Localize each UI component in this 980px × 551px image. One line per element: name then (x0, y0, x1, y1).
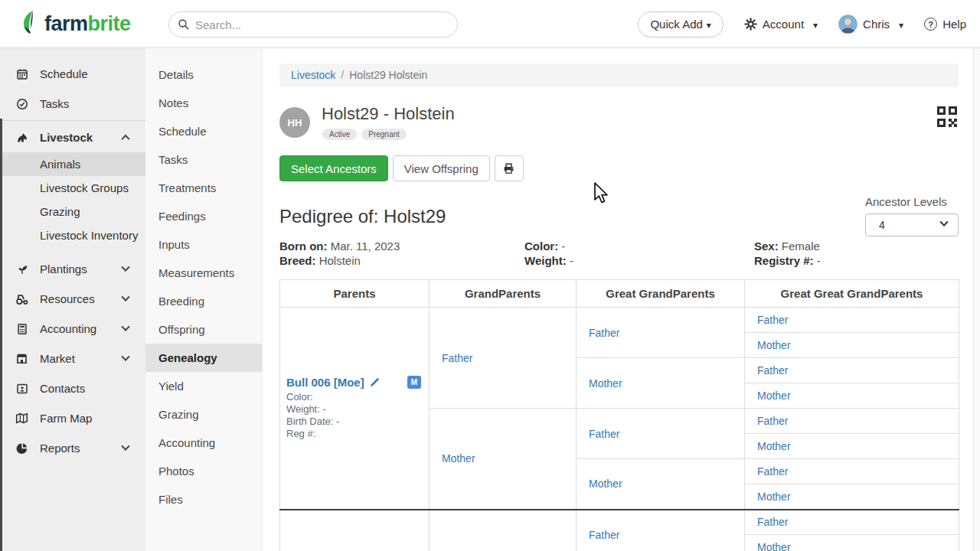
sidebar-item-resources[interactable]: Resources (0, 284, 145, 314)
great-grandparent-cell: Father (577, 308, 745, 358)
chevron-down-icon (121, 352, 129, 360)
info-born-on: Born on: Mar. 11, 2023 (279, 239, 524, 253)
pedigree-father-link[interactable]: Father (757, 364, 788, 377)
grandparent-cell (430, 510, 577, 551)
horse-icon (15, 131, 28, 144)
pedigree-father-link[interactable]: Father (589, 428, 619, 440)
status-badges: Active Pregnant (322, 129, 407, 140)
male-badge: M (407, 376, 421, 389)
sidebar-item-contacts[interactable]: Contacts (0, 373, 145, 403)
view-offspring-button[interactable]: View Offspring (393, 155, 490, 181)
grandparent-cell: Father (430, 308, 577, 409)
great-great-grandparent-cell: Father (745, 459, 959, 484)
breadcrumb-current: Holst29 Holstein (349, 69, 427, 81)
info-sex: Sex: Female (754, 239, 959, 253)
sidebar-scrollbar[interactable] (0, 119, 2, 551)
info-color: Color: - (524, 239, 754, 253)
pedigree-father-link[interactable]: Father (589, 327, 619, 339)
pedigree-father-link[interactable]: Father (757, 516, 788, 528)
tab-yield[interactable]: Yield (145, 372, 262, 400)
chevron-up-icon (121, 134, 129, 142)
animal-avatar[interactable]: HH (279, 107, 310, 138)
sidebar-item-plantings[interactable]: Plantings (0, 254, 145, 284)
sidebar-item-accounting[interactable]: Accounting (0, 314, 145, 344)
sidebar-item-grazing[interactable]: Grazing (0, 200, 145, 223)
pedigree-father-link[interactable]: Father (589, 529, 619, 541)
tab-breeding[interactable]: Breeding (145, 287, 262, 315)
select-ancestors-button[interactable]: Select Ancestors (279, 155, 388, 181)
pedigree-mother-link[interactable]: Mother (757, 491, 791, 503)
qr-code-icon[interactable] (937, 106, 957, 131)
print-button[interactable] (495, 155, 524, 181)
tab-notes[interactable]: Notes (145, 89, 262, 117)
tab-inputs[interactable]: Inputs (145, 230, 262, 259)
tab-photos[interactable]: Photos (145, 457, 262, 485)
pedigree-mother-link[interactable]: Mother (757, 339, 791, 351)
sidebar-item-schedule[interactable]: Schedule (0, 59, 145, 89)
sidebar-divider (0, 120, 145, 121)
tab-accounting[interactable]: Accounting (145, 429, 262, 457)
logo-text-farm: farm (44, 12, 88, 35)
map-icon (15, 412, 28, 425)
chevron-down-icon (121, 292, 129, 301)
farmbrite-logo[interactable]: farmbrite (20, 10, 131, 37)
sidebar-item-livestock-groups[interactable]: Livestock Groups (0, 176, 145, 200)
pedigree-mother-link[interactable]: Mother (589, 478, 622, 490)
pedigree-father-link[interactable]: Father (757, 314, 788, 326)
tab-feedings[interactable]: Feedings (145, 202, 262, 230)
edit-pencil-icon[interactable] (370, 377, 380, 387)
tab-details[interactable]: Details (145, 60, 262, 89)
leaf-logo-icon (20, 10, 40, 37)
parent-name-link[interactable]: Bull 006 [Moe] (286, 376, 364, 389)
ancestor-levels-select[interactable]: 4 (865, 214, 959, 236)
primary-sidebar: Schedule Tasks Livestock Animals Live (0, 48, 145, 551)
tab-schedule[interactable]: Schedule (145, 117, 262, 145)
sidebar-item-animals[interactable]: Animals (0, 152, 145, 176)
sidebar-item-reports[interactable]: Reports (0, 433, 145, 463)
tab-treatments[interactable]: Treatments (145, 174, 262, 202)
page-scrollbar[interactable] (973, 48, 980, 551)
great-great-grandparent-cell: Mother (745, 484, 959, 510)
user-menu[interactable]: Chris (838, 15, 903, 34)
tab-grazing[interactable]: Grazing (145, 400, 262, 429)
app-window: farmbrite Quick Add (0, 0, 980, 551)
caret-down-icon (895, 18, 903, 31)
tab-tasks[interactable]: Tasks (145, 145, 262, 174)
sidebar-item-market[interactable]: Market (0, 344, 145, 373)
great-great-grandparent-cell: Father (745, 358, 959, 383)
main-content: Livestock/Holst29 Holstein HH Holst29 - … (263, 48, 980, 551)
printer-icon (502, 162, 515, 175)
col-header-parents: Parents (280, 280, 430, 308)
quick-add-button[interactable]: Quick Add (638, 11, 723, 37)
sidebar-item-farm-map[interactable]: Farm Map (0, 403, 145, 433)
breadcrumb-livestock-link[interactable]: Livestock (291, 69, 335, 81)
pedigree-mother-link[interactable]: Mother (589, 377, 622, 390)
chevron-down-icon (939, 218, 948, 227)
tab-measurements[interactable]: Measurements (145, 259, 262, 287)
sidebar-item-livestock[interactable]: Livestock (0, 122, 145, 152)
sidebar-item-tasks[interactable]: Tasks (0, 89, 145, 119)
pedigree-mother-link[interactable]: Mother (757, 390, 791, 402)
parent-mother-cell (280, 510, 430, 551)
pedigree-father-link[interactable]: Father (442, 352, 472, 364)
search-input[interactable] (168, 11, 458, 37)
great-great-grandparent-cell: Mother (745, 535, 959, 551)
pedigree-father-link[interactable]: Father (757, 415, 788, 427)
help-circle-icon (924, 18, 937, 31)
pedigree-heading: Pedigree of: Holst29 (279, 206, 446, 227)
tab-offspring[interactable]: Offspring (145, 315, 262, 344)
pedigree-mother-link[interactable]: Mother (442, 452, 475, 465)
breadcrumb: Livestock/Holst29 Holstein (279, 64, 959, 87)
pedigree-table: Parents GrandParents Great GrandParents … (279, 279, 959, 551)
tab-genealogy[interactable]: Genealogy (145, 344, 262, 372)
great-great-grandparent-cell: Mother (745, 333, 959, 358)
account-menu[interactable]: Account (744, 18, 818, 31)
pedigree-father-link[interactable]: Father (757, 465, 788, 478)
help-menu[interactable]: Help (924, 18, 966, 31)
tab-files[interactable]: Files (145, 485, 262, 514)
sidebar-item-livestock-inventory[interactable]: Livestock Inventory (0, 223, 145, 247)
status-badge-active: Active (322, 129, 357, 140)
pedigree-mother-link[interactable]: Mother (757, 541, 791, 551)
parent-father-cell: Bull 006 [Moe] M Color: Weight: - Birth … (280, 308, 430, 510)
pedigree-mother-link[interactable]: Mother (757, 440, 791, 452)
